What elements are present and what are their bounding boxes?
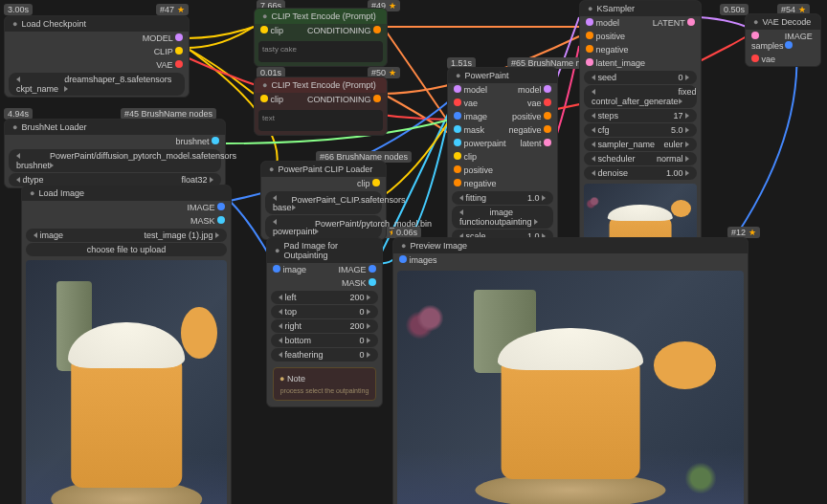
node-title: BrushNet Loader: [21, 122, 86, 132]
prompt-text[interactable]: text: [258, 110, 383, 131]
tag-time-47: 3.00s: [4, 4, 33, 15]
preview-canvas: [397, 271, 744, 504]
node-clip-negative[interactable]: ●CLIP Text Encode (Prompt) clipCONDITION…: [254, 77, 388, 136]
note-box: ● Note process select the outpainting: [273, 367, 376, 401]
node-pp-clip-loader[interactable]: ●PowerPaint CLIP Loader clip basePowerPa…: [260, 161, 387, 240]
node-load-image[interactable]: ●Load Image IMAGE MASK imagetest_image (…: [21, 185, 232, 504]
brushnet-field[interactable]: brushnetPowerPaint/diffusion_pytorch_mod…: [9, 149, 221, 172]
node-title: CLIP Text Encode (Prompt): [271, 80, 375, 90]
node-title: Load Image: [38, 188, 84, 198]
node-pad-image[interactable]: ●Pad Image for Outpainting imageIMAGE MA…: [266, 237, 383, 407]
loaded-image-preview: [26, 260, 227, 504]
node-title: PowerPaint: [464, 71, 508, 80]
node-clip-positive[interactable]: ●CLIP Text Encode (Prompt) clipCONDITION…: [254, 8, 388, 67]
node-load-checkpoint[interactable]: ●Load Checkpoint MODEL CLIP VAE ckpt_nam…: [4, 15, 190, 98]
tag-time-54: 0.50s: [720, 4, 749, 15]
node-title: PowerPaint CLIP Loader: [278, 164, 372, 174]
node-vae-decode[interactable]: ●VAE Decode samplesIMAGE vae: [745, 13, 821, 67]
node-title: Preview Image: [410, 241, 467, 251]
node-title: KSampler: [596, 4, 635, 13]
tag-id-47: #47★: [156, 4, 189, 15]
node-title: Load Checkpoint: [21, 19, 86, 29]
node-title: CLIP Text Encode (Prompt): [271, 11, 375, 21]
node-ksampler[interactable]: ●KSampler modelLATENT positive negative …: [579, 0, 702, 276]
node-preview-image[interactable]: ●Preview Image images: [392, 237, 749, 504]
upload-button[interactable]: choose file to upload: [26, 243, 227, 256]
node-title: VAE Decode: [762, 17, 811, 27]
image-field[interactable]: imagetest_image (1).jpg: [26, 229, 227, 242]
ckpt-name-field[interactable]: ckpt_namedreamshaper_8.safetensors: [9, 73, 185, 96]
node-title: Pad Image for Outpainting: [283, 241, 374, 260]
node-brushnet-loader[interactable]: ●BrushNet Loader brushnet brushnetPowerP…: [4, 119, 226, 188]
prompt-text[interactable]: tasty cake: [258, 41, 383, 62]
